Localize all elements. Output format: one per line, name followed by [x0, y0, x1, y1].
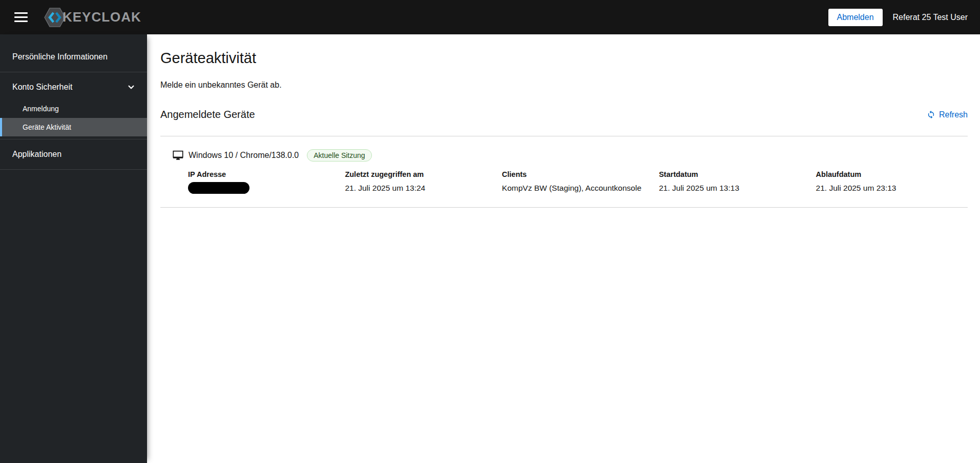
- device-column-started: Startdatum 21. Juli 2025 um 13:13: [659, 170, 810, 194]
- device-details-table: IP Adresse Zuletzt zugegriffen am 21. Ju…: [188, 170, 968, 194]
- sidebar-item-label: Persönliche Informationen: [12, 52, 108, 62]
- column-header: Zuletzt zugegriffen am: [345, 170, 496, 178]
- device-column-clients: Clients KompVz BW (Staging), Accountkons…: [502, 170, 654, 194]
- device-row: Windows 10 / Chrome/138.0.0 Aktuelle Sit…: [173, 149, 968, 194]
- section-title: Angemeldete Geräte: [160, 109, 255, 120]
- current-session-badge: Aktuelle Sitzung: [307, 149, 371, 162]
- user-name: Referat 25 Test User: [893, 13, 968, 22]
- device-name: Windows 10 / Chrome/138.0.0: [189, 151, 299, 160]
- main-content: Geräteaktivität Melde ein unbekanntes Ge…: [147, 34, 980, 463]
- content-divider: [160, 207, 968, 208]
- sidebar-item-device-activity[interactable]: Geräte Aktivität: [0, 118, 147, 136]
- column-header: Ablaufdatum: [816, 170, 968, 178]
- column-header: IP Adresse: [188, 170, 340, 178]
- keycloak-logo[interactable]: KEYCLOAK: [44, 8, 141, 27]
- column-header: Startdatum: [659, 170, 810, 178]
- page-description: Melde ein unbekanntes Gerät ab.: [160, 80, 968, 90]
- column-value: 21. Juli 2025 um 13:24: [345, 184, 496, 193]
- column-value: 21. Juli 2025 um 13:13: [659, 184, 810, 193]
- brand-text: KEYCLOAK: [62, 9, 141, 25]
- column-value: KompVz BW (Staging), Accountkonsole: [502, 184, 654, 193]
- refresh-button[interactable]: Refresh: [927, 110, 968, 119]
- menu-icon[interactable]: [12, 8, 30, 26]
- column-value: 21. Juli 2025 um 23:13: [816, 184, 968, 193]
- sidebar-divider: [0, 139, 147, 139]
- sidebar-item-label: Konto Sicherheit: [12, 83, 72, 92]
- sidebar: Persönliche Informationen Konto Sicherhe…: [0, 34, 147, 463]
- masthead: KEYCLOAK Abmelden Referat 25 Test User: [0, 0, 980, 34]
- device-column-last-access: Zuletzt zugegriffen am 21. Juli 2025 um …: [345, 170, 496, 194]
- sidebar-divider: [0, 72, 147, 72]
- refresh-label: Refresh: [939, 110, 968, 119]
- redacted-ip-value: [188, 182, 249, 194]
- logout-button[interactable]: Abmelden: [828, 9, 883, 26]
- device-column-ip: IP Adresse: [188, 170, 340, 194]
- device-column-expires: Ablaufdatum 21. Juli 2025 um 23:13: [816, 170, 968, 194]
- sidebar-item-signing-in[interactable]: Anmeldung: [0, 99, 147, 118]
- sync-icon: [927, 110, 935, 119]
- sidebar-item-personal-info[interactable]: Persönliche Informationen: [0, 45, 147, 69]
- sidebar-divider: [0, 169, 147, 170]
- chevron-down-icon: [128, 84, 135, 91]
- desktop-monitor-icon: [173, 150, 183, 160]
- page-title: Geräteaktivität: [160, 50, 968, 67]
- sidebar-item-label: Applikationen: [12, 150, 61, 159]
- column-header: Clients: [502, 170, 654, 178]
- sidebar-item-account-security[interactable]: Konto Sicherheit: [0, 75, 147, 99]
- sidebar-item-applications[interactable]: Applikationen: [0, 142, 147, 167]
- content-divider: [160, 136, 968, 136]
